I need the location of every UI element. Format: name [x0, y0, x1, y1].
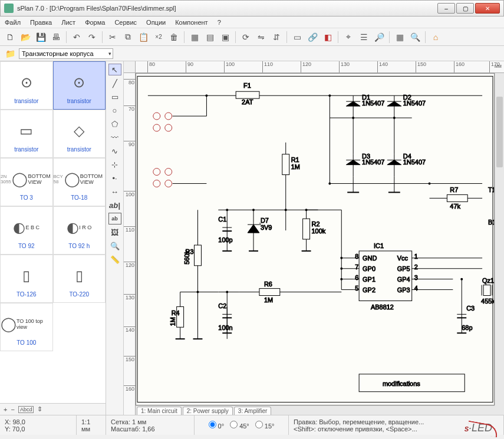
menu-правка[interactable]: Правка: [30, 19, 52, 26]
minimize-button[interactable]: –: [437, 3, 455, 14]
node-tool[interactable]: ⊹: [108, 159, 121, 170]
list-button[interactable]: ☰: [357, 31, 370, 44]
menu-опции[interactable]: Опции: [146, 19, 166, 26]
menu-форма[interactable]: Форма: [85, 19, 105, 26]
magnify-tool[interactable]: 🔍: [108, 240, 121, 252]
component-sidebar: ⊙transistor⊙transistor▭transistor◇transi…: [0, 61, 106, 403]
palette-item[interactable]: ▯TO-220: [53, 255, 106, 303]
menu-лист[interactable]: Лист: [61, 19, 75, 26]
palette-item[interactable]: 2N 3055◯BOTTOM VIEWTO 3: [0, 158, 53, 206]
grid-button[interactable]: ▦: [393, 31, 406, 44]
svg-text:GP2: GP2: [363, 286, 375, 293]
svg-point-9: [153, 169, 160, 176]
dimension-tool[interactable]: ↔: [108, 186, 121, 197]
rotate-button[interactable]: ⟳: [239, 31, 252, 44]
palette-item[interactable]: ◐E B CTO 92: [0, 206, 53, 255]
library-select[interactable]: Транзисторные корпуса: [19, 48, 113, 59]
palette-item[interactable]: ◐I R OTO 92 h: [53, 206, 106, 255]
svg-text:1N5407: 1N5407: [362, 159, 384, 166]
rotation-option[interactable]: 45°: [230, 421, 249, 430]
svg-rect-126: [447, 194, 467, 202]
palette-item[interactable]: BCY 58◯BOTTOM VIEWTO-18: [53, 158, 106, 206]
close-button[interactable]: ✕: [475, 3, 500, 14]
new-button[interactable]: 🗋: [4, 31, 17, 44]
ruler-horizontal: мм 8090100110120130140150160170: [136, 61, 504, 73]
scrollbar-vertical[interactable]: [495, 73, 504, 405]
search-button[interactable]: 🔎: [373, 31, 386, 44]
mirror-h-button[interactable]: ⇋: [255, 31, 268, 44]
front-button[interactable]: ▦: [188, 31, 201, 44]
print-button[interactable]: 🖶: [50, 31, 62, 44]
schematic-canvas[interactable]: F1 2AT D11N5407: [136, 73, 495, 405]
menu-сервис[interactable]: Сервис: [114, 19, 137, 26]
svg-text:R4: R4: [172, 309, 180, 316]
poly-tool[interactable]: ⬠: [108, 118, 121, 130]
palette-label: transistor: [67, 146, 91, 153]
label-toggle-icon[interactable]: Abcd: [18, 406, 34, 413]
bezier-tool[interactable]: ∿: [108, 145, 121, 157]
svg-point-5: [153, 113, 160, 120]
align-button[interactable]: ▭: [291, 31, 304, 44]
select-tool[interactable]: ↖: [108, 64, 121, 75]
menu-файл[interactable]: Файл: [5, 19, 21, 26]
palette-item[interactable]: ⊙transistor: [0, 61, 53, 110]
svg-rect-137: [483, 285, 490, 296]
palette-item[interactable]: ◇transistor: [53, 110, 106, 158]
svg-point-153: [305, 209, 308, 211]
zoom-button[interactable]: 🔍: [409, 31, 421, 44]
palette-item[interactable]: ▭transistor: [0, 110, 53, 158]
svg-text:GP1: GP1: [363, 276, 375, 283]
cut-button[interactable]: ✂: [106, 31, 119, 44]
copy-button[interactable]: ⧉: [121, 31, 134, 44]
svg-text:AB8812: AB8812: [371, 303, 394, 311]
delete-button[interactable]: 🗑: [167, 31, 180, 44]
image-tool[interactable]: 🖼: [108, 226, 121, 238]
palette-label: TO 92: [18, 243, 35, 249]
text-tool[interactable]: ab|: [108, 199, 121, 211]
zoom-in-icon[interactable]: +: [4, 406, 7, 413]
menu-компонент[interactable]: Компонент: [175, 19, 207, 26]
freehand-tool[interactable]: 〰: [108, 131, 121, 143]
status-x: X: 98,0: [5, 418, 71, 425]
sheet-tab[interactable]: 1: Main circuit: [137, 407, 182, 415]
component-icon: ▯: [22, 260, 30, 291]
status-y: Y: 70,0: [5, 425, 71, 433]
sheet-tab[interactable]: 3: Amplifier: [234, 407, 271, 415]
svg-text:C2: C2: [218, 302, 226, 309]
menu-?[interactable]: ?: [218, 19, 221, 26]
link-button[interactable]: 🔗: [306, 31, 319, 44]
sheet-tab[interactable]: 2: Power supply: [183, 407, 233, 415]
open-button[interactable]: 📂: [19, 31, 32, 44]
paste-button[interactable]: 📋: [137, 31, 150, 44]
snap-button[interactable]: ⌖: [342, 31, 355, 44]
color-button[interactable]: ◧: [321, 31, 334, 44]
junction-tool[interactable]: •·: [108, 172, 121, 184]
maximize-button[interactable]: ▢: [456, 3, 474, 14]
rotation-option[interactable]: 0°: [209, 421, 225, 430]
palette-item[interactable]: ▯TO-126: [0, 255, 53, 303]
svg-text:100p: 100p: [218, 236, 232, 243]
undo-button[interactable]: ↶: [70, 31, 83, 44]
palette-item[interactable]: ◯TO 100 top viewTO 100: [0, 303, 53, 351]
textbox-tool[interactable]: ab: [108, 213, 121, 225]
back-button[interactable]: ▤: [203, 31, 216, 44]
svg-point-10: [165, 169, 172, 176]
rect-tool[interactable]: ▭: [108, 91, 121, 103]
dup-button[interactable]: ×2: [152, 31, 165, 44]
svg-rect-50: [303, 219, 310, 239]
group-button[interactable]: ▣: [219, 31, 232, 44]
mirror-v-button[interactable]: ⇵: [270, 31, 283, 44]
zoom-out-icon[interactable]: −: [11, 406, 14, 413]
lib-open-button[interactable]: 📁: [4, 47, 17, 60]
save-button[interactable]: 💾: [34, 31, 47, 44]
home-button[interactable]: ⌂: [429, 31, 442, 44]
measure-tool[interactable]: 📏: [108, 253, 121, 265]
redo-button[interactable]: ↷: [85, 31, 98, 44]
circle-tool[interactable]: ○: [108, 104, 121, 116]
line-tool[interactable]: ╱: [108, 77, 121, 89]
rotation-option[interactable]: 15°: [255, 421, 275, 430]
sort-icon[interactable]: ⇕: [37, 405, 42, 413]
palette-item[interactable]: ⊙transistor: [53, 61, 106, 110]
ruler-origin: [124, 61, 136, 73]
component-icon: ◐I R O: [67, 212, 91, 243]
